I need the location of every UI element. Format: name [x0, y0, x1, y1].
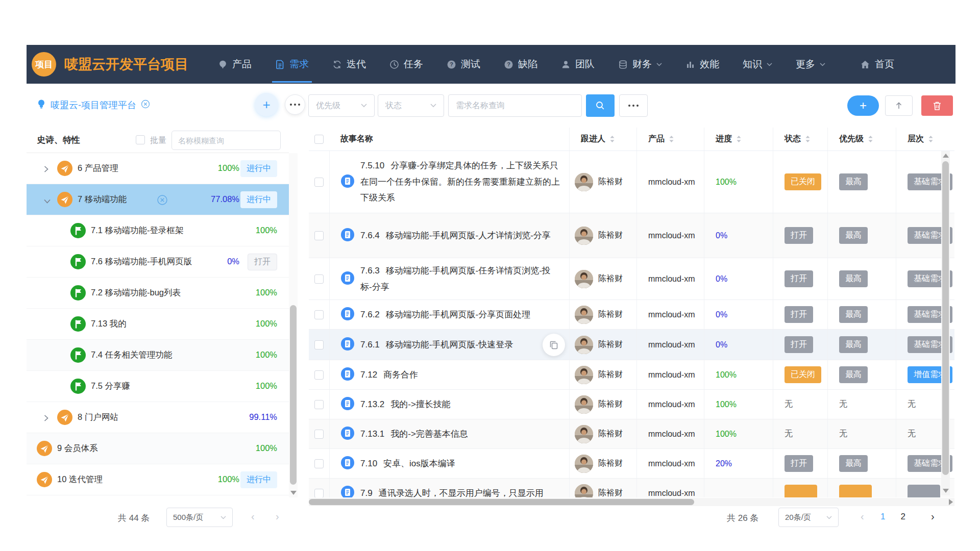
- epic-tree-item[interactable]: 6 产品管理100%进行中: [27, 153, 289, 184]
- table-horizontal-scrollbar[interactable]: [309, 498, 954, 506]
- column-header-3[interactable]: 产品: [636, 128, 704, 151]
- nav-item-产品[interactable]: 产品: [218, 58, 252, 71]
- epic-tree-item[interactable]: 7.6 移动端功能-手机网页版0%打开: [27, 246, 289, 278]
- nav-item-首页[interactable]: 首页: [860, 58, 894, 71]
- epic-tree-item[interactable]: 7.2 移动端功能-bug列表100%: [27, 278, 289, 309]
- table-row[interactable]: 7.13.2我的->擅长技能陈裕财mmcloud-xm100%无无无: [309, 390, 954, 419]
- story-title[interactable]: 7.10安卓、ios版本编译: [360, 456, 455, 471]
- row-checkbox[interactable]: [314, 274, 324, 284]
- nav-item-缺陷[interactable]: ?缺陷: [504, 58, 537, 71]
- table-row[interactable]: 7.6.1移动端功能-手机网页版-快速登录陈裕财mmcloud-xm0%打开最高…: [309, 330, 954, 360]
- scroll-down-icon[interactable]: [290, 491, 297, 495]
- row-checkbox[interactable]: [314, 400, 324, 409]
- select-all-checkbox[interactable]: [314, 135, 324, 144]
- story-title[interactable]: 7.12商务合作: [360, 367, 418, 383]
- table-row[interactable]: 7.9通讯录选人时，不显示用户编号，只显示用陈裕财mmcloud-xm: [309, 479, 954, 497]
- sidebar-scrollbar[interactable]: [289, 153, 298, 497]
- sort-icon[interactable]: [805, 135, 811, 143]
- sort-icon[interactable]: [736, 135, 742, 143]
- row-checkbox[interactable]: [314, 310, 324, 319]
- column-header-1[interactable]: 故事名称: [329, 128, 569, 151]
- epic-search-input[interactable]: [172, 131, 281, 150]
- epic-tree-item[interactable]: 8 门户网站99.11%: [27, 402, 289, 433]
- epic-more-button[interactable]: [285, 94, 305, 115]
- column-header-4[interactable]: 进度: [704, 128, 773, 151]
- search-input[interactable]: [448, 94, 582, 117]
- epic-tree-item[interactable]: 7.4 任务相关管理功能100%: [27, 340, 289, 371]
- epic-tree-item[interactable]: 7.1 移动端功能-登录框架100%: [27, 215, 289, 246]
- story-title[interactable]: 7.13.1我的->完善基本信息: [360, 426, 468, 442]
- table-row[interactable]: 7.6.3移动端功能-手机网页版-任务详情页浏览-投标-分享陈裕财mmcloud…: [309, 258, 954, 300]
- story-title[interactable]: 7.6.3移动端功能-手机网页版-任务详情页浏览-投标-分享: [360, 263, 561, 295]
- row-checkbox[interactable]: [314, 489, 324, 498]
- sidebar-page-size-select[interactable]: 500条/页: [166, 508, 233, 527]
- row-checkbox[interactable]: [314, 340, 324, 349]
- epic-tree-item[interactable]: 7 移动端功能77.08%进行中: [27, 184, 289, 215]
- nav-item-知识[interactable]: 知识: [743, 58, 772, 71]
- project-close-icon[interactable]: [141, 99, 150, 111]
- search-button[interactable]: [586, 94, 615, 117]
- table-row[interactable]: 7.10安卓、ios版本编译陈裕财mmcloud-xm20%打开最高基础需求: [309, 449, 954, 479]
- column-header-2[interactable]: 跟进人: [569, 128, 636, 151]
- story-title[interactable]: 7.9通讯录选人时，不显示用户编号，只显示用: [360, 485, 544, 497]
- epic-tree-item[interactable]: 7.13 我的100%: [27, 309, 289, 340]
- scroll-down-icon[interactable]: [943, 489, 949, 493]
- table-prev-page-button[interactable]: ‹: [861, 511, 864, 522]
- chevron-right-icon[interactable]: [44, 414, 50, 420]
- nav-item-迭代[interactable]: 迭代: [332, 58, 366, 71]
- status-filter-select[interactable]: 状态: [378, 94, 444, 117]
- sidebar-scrollbar-thumb[interactable]: [290, 305, 297, 485]
- table-row[interactable]: 7.6.4移动端功能-手机网页版-人才详情浏览-分享陈裕财mmcloud-xm0…: [309, 213, 954, 258]
- epic-tree-item[interactable]: 9 会员体系100%: [27, 433, 289, 464]
- sort-icon[interactable]: [928, 135, 934, 143]
- column-header-5[interactable]: 状态: [773, 128, 827, 151]
- chevron-right-icon[interactable]: [44, 165, 50, 171]
- priority-filter-select[interactable]: 优先级: [308, 94, 375, 117]
- column-header-7[interactable]: 层次: [896, 128, 954, 151]
- scroll-up-icon[interactable]: [943, 154, 949, 158]
- table-next-page-button[interactable]: ›: [931, 511, 935, 522]
- nav-item-任务[interactable]: 任务: [389, 58, 423, 71]
- sidebar-next-page-button[interactable]: ›: [276, 511, 279, 522]
- search-more-button[interactable]: [619, 94, 648, 117]
- row-checkbox[interactable]: [314, 370, 324, 380]
- page-number-1[interactable]: 1: [880, 512, 885, 521]
- add-epic-button[interactable]: +: [255, 93, 278, 116]
- row-checkbox[interactable]: [314, 231, 324, 240]
- epic-tree-item[interactable]: 10 迭代管理100%进行中: [27, 464, 289, 495]
- column-header-6[interactable]: 优先级: [827, 128, 896, 151]
- story-title[interactable]: 7.13.2我的->擅长技能: [360, 396, 451, 412]
- row-checkbox[interactable]: [314, 178, 324, 187]
- nav-item-需求[interactable]: 需求: [275, 58, 309, 71]
- project-chip[interactable]: 唛盟云-项目管理平台: [37, 99, 150, 111]
- epic-tree-item[interactable]: 7.5 分享赚100%: [27, 371, 289, 402]
- batch-checkbox[interactable]: [136, 135, 145, 144]
- nav-item-团队[interactable]: 团队: [561, 58, 595, 71]
- sort-icon[interactable]: [669, 135, 674, 143]
- page-number-2[interactable]: 2: [900, 512, 905, 521]
- story-title[interactable]: 7.6.1移动端功能-手机网页版-快速登录: [360, 337, 513, 353]
- sort-icon[interactable]: [868, 135, 873, 143]
- delete-button[interactable]: [921, 95, 953, 116]
- table-row[interactable]: 7.12商务合作陈裕财mmcloud-xm100%已关闭最高增值需求: [309, 360, 954, 390]
- table-page-size-select[interactable]: 20条/页: [778, 508, 839, 527]
- table-hscroll-thumb[interactable]: [309, 499, 694, 505]
- scroll-right-icon[interactable]: [949, 499, 953, 505]
- remove-filter-icon[interactable]: [157, 194, 168, 208]
- table-vertical-scrollbar[interactable]: [941, 151, 950, 495]
- chevron-down-icon[interactable]: [44, 196, 50, 203]
- row-checkbox[interactable]: [314, 459, 324, 468]
- nav-item-测试[interactable]: ?测试: [447, 58, 480, 71]
- nav-item-效能[interactable]: 效能: [685, 58, 719, 71]
- nav-item-更多[interactable]: 更多: [796, 58, 825, 71]
- story-title[interactable]: 7.6.2移动端功能-手机网页版-分享页面处理: [360, 307, 530, 322]
- export-button[interactable]: [885, 95, 913, 116]
- row-checkbox[interactable]: [314, 430, 324, 439]
- add-story-button[interactable]: +: [847, 95, 879, 116]
- copy-button[interactable]: [543, 334, 565, 356]
- story-title[interactable]: 7.6.4移动端功能-手机网页版-人才详情浏览-分享: [360, 228, 551, 243]
- table-row[interactable]: 7.13.1我的->完善基本信息陈裕财mmcloud-xm100%无无无: [309, 419, 954, 449]
- table-vscroll-thumb[interactable]: [942, 161, 949, 475]
- sort-icon[interactable]: [609, 135, 615, 143]
- nav-item-财务[interactable]: 财务: [618, 58, 662, 71]
